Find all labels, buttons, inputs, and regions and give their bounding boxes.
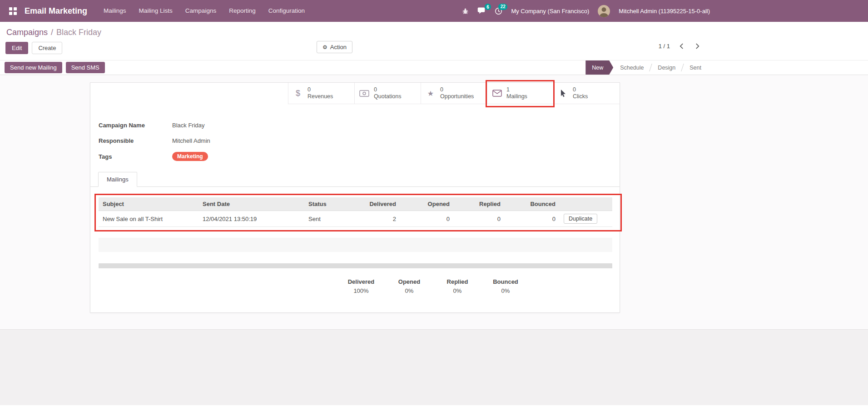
chevron-right-icon (695, 43, 699, 49)
envelope-icon (492, 90, 502, 97)
column-header-subject[interactable]: Subject (99, 197, 198, 211)
horizontal-scrollbar[interactable] (99, 263, 612, 268)
create-button[interactable]: Create (32, 42, 62, 54)
column-header-sent-date[interactable]: Sent Date (198, 197, 304, 211)
table-header-row: Subject Sent Date Status Delivered Opene… (99, 197, 612, 211)
responsible-field: Responsible Mitchell Admin (99, 136, 620, 145)
stage-design[interactable]: Design (651, 60, 682, 75)
cell-actions: Duplicate (560, 211, 612, 227)
kpi-delivered: Delivered 100% (340, 278, 382, 294)
statusbar: Send new Mailing Send SMS New Schedule D… (0, 60, 868, 75)
messages-icon[interactable]: 6 (477, 7, 486, 15)
chevron-left-icon (680, 43, 684, 49)
content-area: $ 0 Revenues 0 Quotations (0, 75, 868, 329)
duplicate-button[interactable]: Duplicate (564, 214, 597, 224)
column-header-status[interactable]: Status (304, 197, 349, 211)
mailings-table-container: Subject Sent Date Status Delivered Opene… (99, 197, 612, 227)
quotations-label: Quotations (374, 93, 401, 100)
gear-icon: ⚙ (322, 44, 327, 50)
mailings-stat-button[interactable]: 1 Mailings (487, 83, 553, 104)
pager: 1 / 1 (659, 42, 702, 50)
mailings-label: Mailings (506, 93, 527, 100)
activities-icon[interactable]: 22 (495, 7, 502, 15)
stage-new[interactable]: New (585, 60, 613, 75)
money-card-icon (359, 90, 369, 97)
kpi-bounced-value: 0% (485, 287, 526, 294)
revenues-stat-button[interactable]: $ 0 Revenues (288, 83, 354, 104)
menu-campaigns[interactable]: Campaigns (179, 0, 223, 22)
cell-status: Sent (304, 211, 349, 227)
menu-configuration[interactable]: Configuration (262, 0, 311, 22)
revenues-value: 0 (308, 86, 333, 93)
tab-mailings[interactable]: Mailings (98, 172, 137, 187)
menu-mailing-lists[interactable]: Mailing Lists (133, 0, 179, 22)
opportunities-label: Opportunities (440, 93, 474, 100)
messages-badge: 6 (485, 4, 491, 10)
action-button[interactable]: ⚙ Action (317, 41, 352, 53)
cell-subject: New Sale on all T-Shirt (99, 211, 198, 227)
table-row[interactable]: New Sale on all T-Shirt 12/04/2021 13:50… (99, 211, 612, 227)
company-switcher[interactable]: My Company (San Francisco) (511, 8, 589, 15)
campaign-name-label: Campaign Name (99, 122, 172, 129)
kpi-opened-label: Opened (388, 278, 430, 285)
kpi-replied-label: Replied (436, 278, 478, 285)
opportunities-value: 0 (440, 86, 474, 93)
clicks-value: 0 (573, 86, 588, 93)
edit-button[interactable]: Edit (5, 42, 28, 54)
main-menu: Mailings Mailing Lists Campaigns Reporti… (97, 0, 311, 22)
kpi-replied: Replied 0% (436, 278, 478, 294)
cell-replied: 0 (454, 211, 505, 227)
kpi-summary: Delivered 100% Opened 0% Replied 0% Boun… (340, 278, 620, 294)
navbar-systray: 6 22 My Company (San Francisco) Mitchell… (462, 5, 710, 17)
clicks-stat-button[interactable]: 0 Clicks (553, 83, 620, 104)
stage-pipeline: New Schedule Design Sent (585, 60, 708, 75)
column-header-opened[interactable]: Opened (400, 197, 454, 211)
notebook-tabs: Mailings (90, 172, 620, 187)
mailings-value: 1 (506, 86, 527, 93)
breadcrumb-separator: / (51, 28, 53, 37)
empty-list-row (99, 238, 612, 252)
revenues-label: Revenues (308, 93, 333, 100)
cell-opened: 0 (400, 211, 454, 227)
column-header-actions (560, 197, 612, 211)
user-menu[interactable]: Mitchell Admin (11395225-15-0-all) (619, 8, 710, 15)
column-header-bounced[interactable]: Bounced (505, 197, 560, 211)
top-navbar: Email Marketing Mailings Mailing Lists C… (0, 0, 868, 22)
responsible-link[interactable]: Mitchell Admin (172, 137, 210, 144)
campaign-form-sheet: $ 0 Revenues 0 Quotations (90, 82, 620, 313)
kpi-replied-value: 0% (436, 287, 478, 294)
quotations-value: 0 (374, 86, 401, 93)
clicks-label: Clicks (573, 93, 588, 100)
tags-label: Tags (99, 153, 172, 160)
opportunities-stat-button[interactable]: ★ 0 Opportunities (421, 83, 487, 104)
column-header-delivered[interactable]: Delivered (349, 197, 400, 211)
page-footer (0, 329, 868, 405)
debug-icon[interactable] (462, 8, 469, 15)
kpi-delivered-label: Delivered (340, 278, 382, 285)
action-button-label: Action (330, 44, 347, 50)
send-sms-button[interactable]: Send SMS (66, 62, 105, 73)
kpi-opened-value: 0% (388, 287, 430, 294)
stage-sent[interactable]: Sent (683, 60, 708, 75)
menu-mailings[interactable]: Mailings (97, 0, 133, 22)
stage-schedule[interactable]: Schedule (613, 60, 650, 75)
cell-delivered: 2 (349, 211, 400, 227)
apps-menu-button[interactable] (4, 0, 22, 22)
form-fields: Campaign Name Black Friday Responsible M… (99, 121, 620, 161)
breadcrumb-current: Black Friday (56, 28, 101, 37)
kpi-delivered-value: 100% (340, 287, 382, 294)
quotations-stat-button[interactable]: 0 Quotations (354, 83, 421, 104)
send-new-mailing-button[interactable]: Send new Mailing (5, 62, 62, 73)
app-title[interactable]: Email Marketing (25, 6, 87, 16)
mouse-pointer-icon (558, 90, 568, 97)
dollar-icon: $ (293, 89, 303, 98)
pager-previous-button[interactable] (677, 42, 686, 50)
cell-sent-date: 12/04/2021 13:50:19 (198, 211, 304, 227)
menu-reporting[interactable]: Reporting (223, 0, 262, 22)
pager-next-button[interactable] (693, 42, 702, 50)
breadcrumb-campaigns[interactable]: Campaigns (6, 28, 48, 37)
column-header-replied[interactable]: Replied (454, 197, 505, 211)
kpi-opened: Opened 0% (388, 278, 430, 294)
kpi-bounced: Bounced 0% (485, 278, 526, 294)
user-avatar[interactable] (598, 5, 610, 17)
